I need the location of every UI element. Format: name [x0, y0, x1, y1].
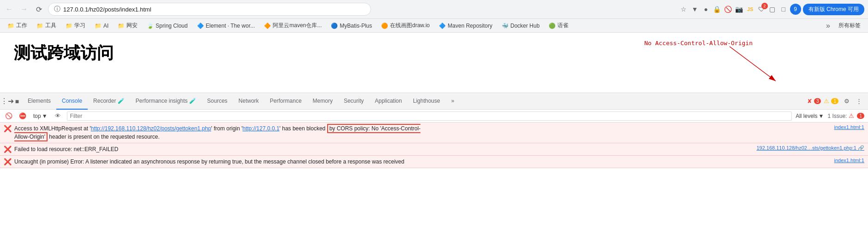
console-messages: ❌ Access to XMLHttpRequest at 'http://19…: [0, 123, 868, 168]
svg-line-1: [730, 47, 776, 81]
settings-icon[interactable]: ⚙: [841, 96, 852, 107]
error-text-3: Uncaught (in promise) Error: A listener …: [14, 158, 832, 166]
bookmark-label: 工作: [16, 22, 27, 29]
all-tabs-button[interactable]: 所有标签: [835, 20, 864, 31]
folder-icon: 📁: [95, 23, 102, 29]
error-location-2[interactable]: 192.168.110.128/hz02…sts/gettoken1.php:1…: [756, 145, 864, 151]
tab-more[interactable]: »: [446, 93, 460, 110]
reload-button[interactable]: ⟳: [33, 4, 44, 15]
bookmark-label: Docker Hub: [510, 23, 539, 29]
error-link-1[interactable]: http://192.168.110.128/hz02/posts/gettok…: [91, 125, 211, 132]
block-icon[interactable]: ⛔: [18, 111, 28, 121]
more-options-icon[interactable]: ⋮: [853, 96, 864, 107]
warning-count-area[interactable]: ⚠ 1: [824, 98, 838, 105]
screenshot2-icon[interactable]: ▢: [768, 5, 777, 14]
vpn-badge: 2: [761, 3, 768, 9]
context-selector[interactable]: top ▼: [31, 112, 49, 120]
issue-error-icon: ⚠: [849, 112, 854, 119]
error-location-3[interactable]: index1.html:1: [834, 158, 864, 163]
tab-network[interactable]: Network: [233, 93, 264, 110]
devtools-right-icons: ✘ 3 ⚠ 1 ⚙ ⋮: [805, 96, 866, 107]
bookmark-mybatis[interactable]: 🔵 MyBatis-Plus: [327, 21, 376, 30]
error-link-2[interactable]: http://127.0.0.1: [243, 125, 280, 132]
bookmark-label: Maven Repository: [448, 23, 492, 29]
profile-icon[interactable]: 9: [790, 4, 801, 15]
context-chevron: ▼: [42, 113, 48, 119]
bookmark-security[interactable]: 📁 网安: [114, 20, 141, 31]
translate-icon[interactable]: ▼: [690, 5, 700, 14]
extension-icon[interactable]: ●: [701, 5, 711, 14]
error-count-area[interactable]: ✘ 3: [807, 98, 821, 105]
bookmark-label: AI: [103, 23, 108, 29]
url-text: 127.0.0.1/hz02/posts/index1.html: [63, 6, 151, 13]
bookmark-label: 语雀: [557, 22, 569, 29]
mybatis-icon: 🔵: [331, 23, 338, 29]
all-tabs-label: 所有标签: [838, 22, 861, 29]
bookmark-icon[interactable]: ☆: [679, 5, 688, 14]
url-bar[interactable]: ⓘ 127.0.0.1/hz02/posts/index1.html: [48, 3, 371, 16]
capture-icon[interactable]: □: [779, 5, 788, 14]
devtools-panel: ⋮➜ ■ Elements Console Recorder 🧪 Perform…: [0, 93, 868, 168]
password-icon[interactable]: 🔒: [712, 5, 722, 14]
bookmark-spring[interactable]: 🍃 Spring Cloud: [143, 21, 191, 30]
console-error-2: ❌ Failed to load resource: net::ERR_FAIL…: [0, 143, 868, 156]
bookmark-docker[interactable]: 🐳 Docker Hub: [498, 21, 543, 30]
clear-console-button[interactable]: 🚫: [4, 111, 14, 121]
inspector-icon[interactable]: ⋮➜: [2, 96, 12, 106]
browser-chrome: ← → ⟳ ⓘ 127.0.0.1/hz02/posts/index1.html…: [0, 0, 868, 33]
bookmark-label: MyBatis-Plus: [340, 23, 372, 29]
log-level-label: All levels: [796, 113, 817, 119]
bookmark-drawio[interactable]: 🟠 在线画图draw.io: [377, 20, 433, 31]
devtools-tabs: ⋮➜ ■ Elements Console Recorder 🧪 Perform…: [0, 93, 868, 110]
bookmark-tools[interactable]: 📁 工具: [33, 20, 60, 31]
js-icon[interactable]: JS: [746, 5, 755, 14]
forward-button[interactable]: →: [18, 4, 30, 15]
tab-application[interactable]: Application: [369, 93, 407, 110]
filter-input[interactable]: [67, 111, 792, 121]
aliyun-icon: 🔶: [264, 23, 271, 29]
tab-security[interactable]: Security: [338, 93, 369, 110]
adblock-icon[interactable]: 🚫: [724, 5, 733, 14]
vpn-wrap: 🛡 2: [757, 5, 766, 14]
bookmark-ai[interactable]: 📁 AI: [91, 21, 112, 30]
eye-icon[interactable]: 👁: [53, 111, 63, 121]
log-level-selector[interactable]: All levels ▼: [796, 113, 824, 119]
warning-count-badge: 1: [831, 98, 838, 104]
issue-label: 1 Issue:: [827, 113, 847, 119]
folder-icon: 📁: [66, 23, 72, 29]
context-label: top: [33, 113, 41, 119]
tab-performance-insights[interactable]: Performance insights 🧪: [130, 93, 202, 110]
bookmark-label: Element · The wor...: [206, 23, 255, 29]
tab-performance[interactable]: Performance: [264, 93, 307, 110]
error-icon-3: ❌: [4, 158, 12, 165]
update-button[interactable]: 有新版 Chrome 可用: [803, 4, 864, 15]
folder-icon: 📁: [7, 23, 14, 29]
tab-console[interactable]: Console: [56, 93, 88, 110]
element-icon: 🔷: [197, 23, 204, 29]
tab-elements[interactable]: Elements: [22, 93, 56, 110]
more-bookmarks-button[interactable]: »: [823, 20, 833, 31]
back-button[interactable]: ←: [4, 4, 15, 15]
error-location-1[interactable]: index1.html:1: [834, 124, 864, 130]
bookmark-element[interactable]: 🔷 Element · The wor...: [193, 21, 259, 30]
issue-count: 1: [857, 113, 864, 119]
cors-arrow: [720, 42, 790, 88]
error-text-2: Failed to load resource: net::ERR_FAILED: [14, 145, 754, 153]
bookmark-study[interactable]: 📁 学习: [62, 20, 89, 31]
page-content: 测试跨域访问 No Access-Control-Allow-Origin: [0, 33, 868, 93]
bookmark-aliyun[interactable]: 🔶 阿里云maven仓库...: [260, 20, 325, 31]
bookmark-yuque[interactable]: 🟢 语雀: [545, 20, 572, 31]
tab-recorder[interactable]: Recorder 🧪: [88, 93, 130, 110]
bookmark-work[interactable]: 📁 工作: [4, 20, 31, 31]
screenshot-icon[interactable]: 📷: [735, 5, 744, 14]
tab-lighthouse[interactable]: Lighthouse: [407, 93, 446, 110]
tab-memory[interactable]: Memory: [307, 93, 338, 110]
bookmark-maven[interactable]: 🔷 Maven Repository: [435, 21, 496, 30]
error-count-badge: 3: [814, 98, 821, 104]
folder-icon: 📁: [36, 23, 43, 29]
tab-sources[interactable]: Sources: [202, 93, 233, 110]
element-picker-icon[interactable]: ■: [12, 96, 22, 106]
yuque-icon: 🟢: [549, 23, 556, 29]
console-error-1: ❌ Access to XMLHttpRequest at 'http://19…: [0, 123, 868, 143]
maven-icon: 🔷: [439, 23, 446, 29]
